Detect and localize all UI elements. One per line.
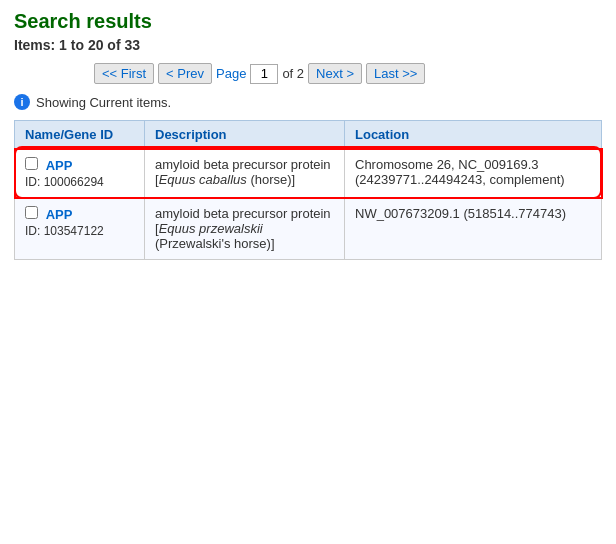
page-label: Page xyxy=(216,66,246,81)
row-checkbox[interactable] xyxy=(25,157,38,170)
gene-id: ID: 103547122 xyxy=(25,224,134,238)
col-description: Description xyxy=(145,121,345,149)
description-italic: Equus przewalskii xyxy=(159,221,263,236)
gene-name-cell: APP ID: 100066294 xyxy=(15,149,145,198)
info-icon: i xyxy=(14,94,30,110)
results-table-wrapper: Name/Gene ID Description Location APP ID… xyxy=(14,120,602,260)
table-row: APP ID: 103547122 amyloid beta precursor… xyxy=(15,198,602,260)
gene-link[interactable]: APP xyxy=(46,207,73,222)
description-italic: Equus caballus xyxy=(159,172,247,187)
description-cell: amyloid beta precursor protein [Equus pr… xyxy=(145,198,345,260)
items-count: Items: 1 to 20 of 33 xyxy=(14,37,602,53)
location-cell: NW_007673209.1 (518514..774743) xyxy=(345,198,602,260)
table-header-row: Name/Gene ID Description Location xyxy=(15,121,602,149)
next-button[interactable]: Next > xyxy=(308,63,362,84)
row-checkbox[interactable] xyxy=(25,206,38,219)
showing-info: i Showing Current items. xyxy=(14,94,602,110)
results-table: Name/Gene ID Description Location APP ID… xyxy=(14,120,602,260)
location-cell: Chromosome 26, NC_009169.3 (24239771..24… xyxy=(345,149,602,198)
description-cell: amyloid beta precursor protein [Equus ca… xyxy=(145,149,345,198)
last-button[interactable]: Last >> xyxy=(366,63,425,84)
gene-name-cell: APP ID: 103547122 xyxy=(15,198,145,260)
col-location: Location xyxy=(345,121,602,149)
table-row: APP ID: 100066294 amyloid beta precursor… xyxy=(15,149,602,198)
gene-link[interactable]: APP xyxy=(46,158,73,173)
page-input[interactable] xyxy=(250,64,278,84)
pagination: << First < Prev Page of 2 Next > Last >> xyxy=(14,63,602,84)
col-name: Name/Gene ID xyxy=(15,121,145,149)
showing-text: Showing Current items. xyxy=(36,95,171,110)
prev-button[interactable]: < Prev xyxy=(158,63,212,84)
page-title: Search results xyxy=(14,10,602,33)
first-button[interactable]: << First xyxy=(94,63,154,84)
gene-id: ID: 100066294 xyxy=(25,175,134,189)
of-label: of 2 xyxy=(282,66,304,81)
